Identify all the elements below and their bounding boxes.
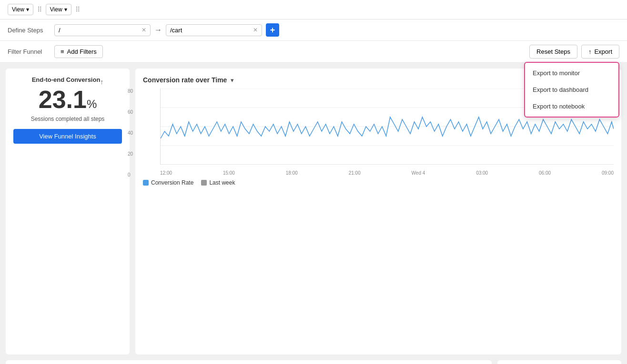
- filter-label: Filter Funnel: [8, 48, 51, 55]
- chart-dropdown-icon: ▾: [231, 77, 234, 84]
- arrow-icon: →: [154, 26, 162, 34]
- chart-title: Conversion rate over Time: [143, 76, 227, 84]
- export-to-dashboard[interactable]: Export to dashboard: [525, 81, 618, 98]
- export-to-monitor[interactable]: Export to monitor: [525, 65, 618, 81]
- x-label-0300: 03:00: [476, 170, 488, 176]
- x-label-0600: 06:00: [539, 170, 551, 176]
- x-label-1500: 15:00: [223, 170, 235, 176]
- end-to-end-title: End-to-end Conversion: [32, 76, 101, 83]
- chevron-down-icon-1: ▾: [26, 6, 29, 13]
- y-label-0: 0: [128, 172, 133, 177]
- left-panel: End-to-end Conversion ↑ 23.1% Sessions c…: [6, 69, 130, 354]
- funnel-chart: 0k 5k 10k 15k 20k 25k 30k 35k / 56.0K se…: [6, 360, 492, 364]
- x-label-2100: 21:00: [349, 170, 361, 176]
- upload-icon[interactable]: ↑: [100, 78, 103, 86]
- step2-input-wrapper: ✕: [166, 24, 262, 36]
- y-label-20: 20: [128, 151, 133, 157]
- top-bar: View ▾ ⠿ View ▾ ⠿: [0, 0, 627, 20]
- sessions-text: Sessions completed all steps: [13, 116, 122, 122]
- right-actions: Reset Steps ↑ Export Export to monitor E…: [529, 45, 619, 59]
- view-label-2: View: [50, 6, 62, 13]
- reset-steps-button[interactable]: Reset Steps: [529, 45, 577, 59]
- filter-funnel-row: Filter Funnel ≡ Add Filters Reset Steps …: [0, 41, 627, 63]
- bottom-section: 0k 5k 10k 15k 20k 25k 30k 35k / 56.0K se…: [0, 360, 627, 364]
- add-filter-label: Add Filters: [67, 48, 97, 55]
- view-button-1[interactable]: View ▾: [8, 4, 33, 15]
- conversion-unit: %: [87, 98, 97, 110]
- y-label-60: 60: [128, 109, 133, 115]
- view-insights-button[interactable]: View Funnel Insights: [13, 129, 122, 144]
- legend-conversion-rate: Conversion Rate: [143, 179, 193, 186]
- legend-last-week: Last week: [201, 179, 235, 186]
- legend-dot-blue: [143, 180, 149, 186]
- step1-input-wrapper: ✕: [54, 24, 151, 36]
- legend-dot-gray: [201, 180, 207, 186]
- add-step-button[interactable]: +: [266, 23, 279, 37]
- export-dropdown: Export to monitor Export to dashboard Ex…: [524, 62, 619, 118]
- drag-handle-2[interactable]: ⠿: [75, 6, 80, 13]
- chart-dropdown-button[interactable]: ▾: [231, 77, 234, 84]
- chart-legend: Conversion Rate Last week: [143, 179, 614, 186]
- x-label-1800: 18:00: [286, 170, 298, 176]
- export-upload-icon: ↑: [588, 48, 592, 55]
- step2-input[interactable]: [170, 27, 250, 34]
- x-label-1200: 12:00: [160, 170, 172, 176]
- chart-x-labels: 12:00 15:00 18:00 21:00 Wed 4 03:00 06:0…: [160, 168, 614, 177]
- y-label-80: 80: [128, 89, 133, 94]
- export-button[interactable]: ↑ Export: [581, 45, 619, 59]
- define-steps-label: Define Steps: [8, 27, 51, 34]
- add-filter-button[interactable]: ≡ Add Filters: [54, 45, 103, 58]
- legend-label-lastweek: Last week: [209, 179, 235, 186]
- step2-clear-icon[interactable]: ✕: [253, 27, 258, 33]
- conversion-display: 23.1%: [13, 87, 122, 112]
- chevron-down-icon-2: ▾: [64, 6, 67, 13]
- define-steps-row: Define Steps ✕ → ✕ +: [0, 20, 627, 41]
- y-label-40: 40: [128, 130, 133, 136]
- quick-add-panel: ▷ Quickly add a step Here are some frequ…: [497, 360, 621, 364]
- x-label-wed4: Wed 4: [412, 170, 425, 176]
- step1-clear-icon[interactable]: ✕: [142, 27, 146, 33]
- x-label-0900: 09:00: [602, 170, 614, 176]
- export-to-notebook[interactable]: Export to notebook: [525, 98, 618, 115]
- export-label: Export: [594, 48, 612, 55]
- step1-input[interactable]: [59, 27, 139, 34]
- view-label-1: View: [12, 6, 24, 13]
- drag-handle-1[interactable]: ⠿: [37, 6, 42, 13]
- legend-label-conversion: Conversion Rate: [151, 179, 193, 186]
- view-button-2[interactable]: View ▾: [46, 4, 71, 15]
- filter-icon: ≡: [61, 48, 64, 55]
- conversion-value: 23.1: [39, 86, 87, 113]
- chart-y-labels: 80 60 40 20 0: [128, 89, 133, 177]
